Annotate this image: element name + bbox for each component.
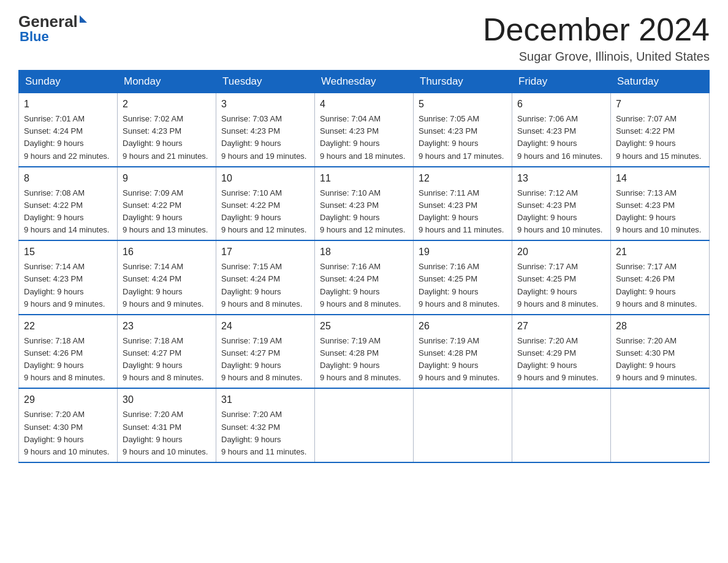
day-number: 27: [517, 319, 605, 334]
calendar-table: SundayMondayTuesdayWednesdayThursdayFrid…: [18, 70, 710, 463]
day-number: 22: [24, 319, 112, 334]
day-number: 5: [419, 97, 507, 112]
logo: General Blue: [18, 12, 87, 45]
day-number: 18: [320, 245, 408, 259]
calendar-day-cell: [611, 388, 710, 462]
day-number: 24: [221, 319, 309, 334]
day-info: Sunrise: 7:20 AMSunset: 4:30 PMDaylight:…: [616, 336, 697, 382]
day-info: Sunrise: 7:20 AMSunset: 4:29 PMDaylight:…: [517, 336, 598, 382]
day-info: Sunrise: 7:16 AMSunset: 4:24 PMDaylight:…: [320, 262, 401, 308]
day-info: Sunrise: 7:18 AMSunset: 4:27 PMDaylight:…: [123, 336, 203, 382]
calendar-day-cell: 27Sunrise: 7:20 AMSunset: 4:29 PMDayligh…: [512, 315, 611, 389]
day-number: 2: [123, 97, 211, 112]
calendar-day-cell: 16Sunrise: 7:14 AMSunset: 4:24 PMDayligh…: [118, 240, 216, 315]
day-number: 10: [221, 171, 309, 186]
calendar-day-cell: 19Sunrise: 7:16 AMSunset: 4:25 PMDayligh…: [414, 240, 512, 315]
day-info: Sunrise: 7:01 AMSunset: 4:24 PMDaylight:…: [24, 114, 109, 160]
day-info: Sunrise: 7:02 AMSunset: 4:23 PMDaylight:…: [123, 114, 208, 160]
calendar-day-cell: 23Sunrise: 7:18 AMSunset: 4:27 PMDayligh…: [118, 315, 216, 389]
calendar-day-cell: 24Sunrise: 7:19 AMSunset: 4:27 PMDayligh…: [216, 315, 315, 389]
day-info: Sunrise: 7:20 AMSunset: 4:32 PMDaylight:…: [221, 410, 306, 456]
day-info: Sunrise: 7:11 AMSunset: 4:23 PMDaylight:…: [419, 188, 504, 234]
day-number: 15: [24, 245, 112, 259]
day-number: 30: [123, 393, 211, 407]
day-number: 23: [123, 319, 211, 334]
calendar-day-cell: 1Sunrise: 7:01 AMSunset: 4:24 PMDaylight…: [19, 93, 118, 167]
calendar-day-cell: [315, 388, 414, 462]
weekday-header-saturday: Saturday: [611, 71, 710, 93]
page-header: General Blue December 2024 Sugar Grove, …: [18, 12, 710, 64]
day-info: Sunrise: 7:19 AMSunset: 4:28 PMDaylight:…: [320, 336, 401, 382]
logo-triangle-icon: [80, 15, 87, 23]
calendar-day-cell: 31Sunrise: 7:20 AMSunset: 4:32 PMDayligh…: [216, 388, 315, 462]
calendar-week-row: 29Sunrise: 7:20 AMSunset: 4:30 PMDayligh…: [19, 388, 710, 462]
calendar-day-cell: 15Sunrise: 7:14 AMSunset: 4:23 PMDayligh…: [19, 240, 118, 315]
weekday-header-thursday: Thursday: [414, 71, 512, 93]
calendar-day-cell: 3Sunrise: 7:03 AMSunset: 4:23 PMDaylight…: [216, 93, 315, 167]
logo-blue-label: Blue: [20, 29, 49, 45]
day-info: Sunrise: 7:10 AMSunset: 4:22 PMDaylight:…: [221, 188, 306, 234]
calendar-day-cell: 28Sunrise: 7:20 AMSunset: 4:30 PMDayligh…: [611, 315, 710, 389]
calendar-week-row: 22Sunrise: 7:18 AMSunset: 4:26 PMDayligh…: [19, 315, 710, 389]
day-number: 25: [320, 319, 408, 334]
day-info: Sunrise: 7:19 AMSunset: 4:27 PMDaylight:…: [221, 336, 302, 382]
calendar-day-cell: 18Sunrise: 7:16 AMSunset: 4:24 PMDayligh…: [315, 240, 414, 315]
day-info: Sunrise: 7:16 AMSunset: 4:25 PMDaylight:…: [419, 262, 499, 308]
calendar-day-cell: 13Sunrise: 7:12 AMSunset: 4:23 PMDayligh…: [512, 167, 611, 241]
weekday-header-tuesday: Tuesday: [216, 71, 315, 93]
day-number: 26: [419, 319, 507, 334]
day-info: Sunrise: 7:12 AMSunset: 4:23 PMDaylight:…: [517, 188, 602, 234]
weekday-header-wednesday: Wednesday: [315, 71, 414, 93]
day-info: Sunrise: 7:20 AMSunset: 4:30 PMDaylight:…: [24, 410, 109, 456]
day-number: 20: [517, 245, 605, 259]
day-number: 9: [123, 171, 211, 186]
location-subtitle: Sugar Grove, Illinois, United States: [483, 50, 710, 64]
day-info: Sunrise: 7:15 AMSunset: 4:24 PMDaylight:…: [221, 262, 302, 308]
calendar-day-cell: 25Sunrise: 7:19 AMSunset: 4:28 PMDayligh…: [315, 315, 414, 389]
day-info: Sunrise: 7:14 AMSunset: 4:23 PMDaylight:…: [24, 262, 105, 308]
day-info: Sunrise: 7:08 AMSunset: 4:22 PMDaylight:…: [24, 188, 109, 234]
calendar-week-row: 1Sunrise: 7:01 AMSunset: 4:24 PMDaylight…: [19, 93, 710, 167]
day-number: 16: [123, 245, 211, 259]
day-info: Sunrise: 7:06 AMSunset: 4:23 PMDaylight:…: [517, 114, 602, 160]
day-number: 21: [616, 245, 704, 259]
title-block: December 2024 Sugar Grove, Illinois, Uni…: [483, 12, 710, 64]
day-number: 13: [517, 171, 605, 186]
day-info: Sunrise: 7:20 AMSunset: 4:31 PMDaylight:…: [123, 410, 208, 456]
day-number: 19: [419, 245, 507, 259]
day-number: 14: [616, 171, 704, 186]
day-number: 6: [517, 97, 605, 112]
day-info: Sunrise: 7:17 AMSunset: 4:25 PMDaylight:…: [517, 262, 598, 308]
weekday-header-monday: Monday: [118, 71, 216, 93]
calendar-day-cell: 9Sunrise: 7:09 AMSunset: 4:22 PMDaylight…: [118, 167, 216, 241]
day-number: 17: [221, 245, 309, 259]
calendar-day-cell: 26Sunrise: 7:19 AMSunset: 4:28 PMDayligh…: [414, 315, 512, 389]
day-info: Sunrise: 7:19 AMSunset: 4:28 PMDaylight:…: [419, 336, 499, 382]
day-number: 31: [221, 393, 309, 407]
day-number: 3: [221, 97, 309, 112]
weekday-header-row: SundayMondayTuesdayWednesdayThursdayFrid…: [19, 71, 710, 93]
day-info: Sunrise: 7:05 AMSunset: 4:23 PMDaylight:…: [419, 114, 504, 160]
weekday-header-sunday: Sunday: [19, 71, 118, 93]
day-number: 11: [320, 171, 408, 186]
calendar-day-cell: 10Sunrise: 7:10 AMSunset: 4:22 PMDayligh…: [216, 167, 315, 241]
month-title: December 2024: [483, 12, 710, 47]
calendar-day-cell: 22Sunrise: 7:18 AMSunset: 4:26 PMDayligh…: [19, 315, 118, 389]
day-info: Sunrise: 7:07 AMSunset: 4:22 PMDaylight:…: [616, 114, 701, 160]
calendar-week-row: 15Sunrise: 7:14 AMSunset: 4:23 PMDayligh…: [19, 240, 710, 315]
calendar-day-cell: 4Sunrise: 7:04 AMSunset: 4:23 PMDaylight…: [315, 93, 414, 167]
calendar-day-cell: 21Sunrise: 7:17 AMSunset: 4:26 PMDayligh…: [611, 240, 710, 315]
calendar-day-cell: [512, 388, 611, 462]
day-info: Sunrise: 7:13 AMSunset: 4:23 PMDaylight:…: [616, 188, 701, 234]
day-info: Sunrise: 7:18 AMSunset: 4:26 PMDaylight:…: [24, 336, 105, 382]
day-info: Sunrise: 7:10 AMSunset: 4:23 PMDaylight:…: [320, 188, 405, 234]
calendar-day-cell: 5Sunrise: 7:05 AMSunset: 4:23 PMDaylight…: [414, 93, 512, 167]
day-number: 12: [419, 171, 507, 186]
calendar-day-cell: 30Sunrise: 7:20 AMSunset: 4:31 PMDayligh…: [118, 388, 216, 462]
calendar-day-cell: 2Sunrise: 7:02 AMSunset: 4:23 PMDaylight…: [118, 93, 216, 167]
calendar-day-cell: [414, 388, 512, 462]
calendar-day-cell: 17Sunrise: 7:15 AMSunset: 4:24 PMDayligh…: [216, 240, 315, 315]
calendar-day-cell: 14Sunrise: 7:13 AMSunset: 4:23 PMDayligh…: [611, 167, 710, 241]
calendar-week-row: 8Sunrise: 7:08 AMSunset: 4:22 PMDaylight…: [19, 167, 710, 241]
calendar-day-cell: 11Sunrise: 7:10 AMSunset: 4:23 PMDayligh…: [315, 167, 414, 241]
